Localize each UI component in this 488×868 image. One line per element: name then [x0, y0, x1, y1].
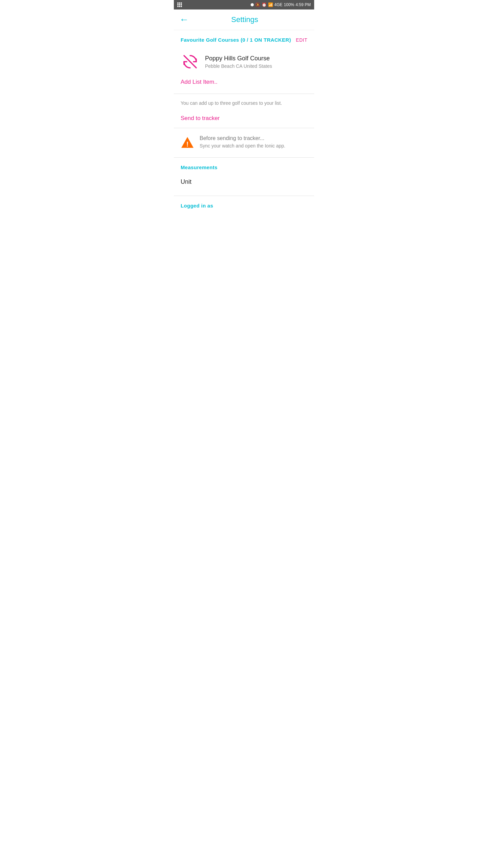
- page-title: Settings: [192, 15, 297, 24]
- sync-off-icon: [181, 53, 199, 71]
- wifi-icon: 📶: [268, 2, 273, 7]
- course-icon: [181, 52, 200, 71]
- warning-subtitle: Sync your watch and open the Ionic app.: [200, 143, 307, 149]
- logged-in-section: Logged in as: [174, 196, 314, 212]
- measurements-section: Measurements Unit: [174, 158, 314, 196]
- favourite-courses-title: Favourite Golf Courses (0 / 1 ON TRACKER…: [181, 37, 291, 43]
- warning-icon: !: [181, 136, 194, 151]
- battery-label: 100%: [284, 2, 294, 7]
- favourite-courses-section: Favourite Golf Courses (0 / 1 ON TRACKER…: [174, 30, 314, 94]
- svg-text:!: !: [186, 140, 189, 148]
- vibrate-icon: 🔕: [255, 2, 260, 7]
- warning-content: Before sending to tracker... Sync your w…: [200, 135, 307, 149]
- course-item: Poppy Hills Golf Course Pebble Beach CA …: [181, 50, 307, 74]
- info-text: You can add up to three golf courses to …: [174, 94, 314, 110]
- signal-label: 4GE: [274, 2, 283, 7]
- alarm-icon: ⏰: [262, 2, 267, 7]
- unit-row[interactable]: Unit: [181, 176, 307, 190]
- app-grid-icon: [177, 2, 182, 7]
- section-header: Favourite Golf Courses (0 / 1 ON TRACKER…: [181, 37, 307, 43]
- status-bar: ⬢ 🔕 ⏰ 📶 4GE 100% 4:59 PM: [174, 0, 314, 9]
- time-label: 4:59 PM: [296, 2, 311, 7]
- back-button[interactable]: ←: [179, 15, 189, 24]
- bluetooth-icon: ⬢: [250, 2, 254, 7]
- logged-in-title: Logged in as: [181, 203, 307, 209]
- edit-button[interactable]: EDIT: [296, 37, 307, 43]
- measurements-title: Measurements: [181, 164, 307, 170]
- warning-box: ! Before sending to tracker... Sync your…: [174, 128, 314, 157]
- app-header: ← Settings: [174, 9, 314, 30]
- add-list-item-button[interactable]: Add List Item..: [181, 74, 307, 88]
- send-to-tracker-button[interactable]: Send to tracker: [174, 110, 314, 128]
- status-left: [177, 2, 182, 7]
- course-name: Poppy Hills Golf Course: [205, 55, 307, 62]
- warning-title: Before sending to tracker...: [200, 135, 307, 142]
- status-right: ⬢ 🔕 ⏰ 📶 4GE 100% 4:59 PM: [250, 2, 311, 7]
- course-location: Pebble Beach CA United States: [205, 63, 307, 69]
- course-info: Poppy Hills Golf Course Pebble Beach CA …: [205, 55, 307, 68]
